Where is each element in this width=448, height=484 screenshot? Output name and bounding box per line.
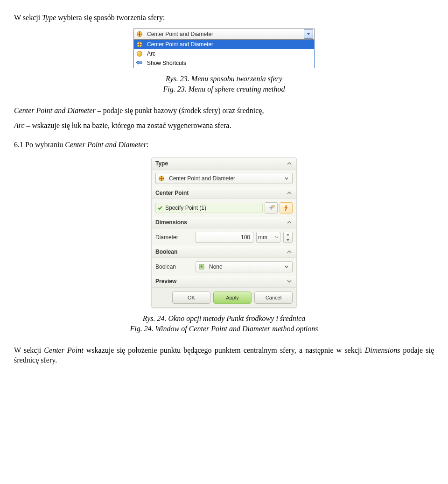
- final-1: W sekcji: [14, 346, 44, 354]
- dropdown-item-label: Arc: [145, 50, 155, 57]
- chevron-down-icon: [283, 262, 290, 271]
- svg-text:..: ..: [273, 208, 274, 211]
- chevron-down-icon: [275, 235, 279, 239]
- lightning-icon: [283, 205, 289, 211]
- diameter-input[interactable]: 100: [196, 232, 253, 243]
- group-header-preview[interactable]: Preview: [152, 276, 296, 287]
- group-body-boolean: Boolean None: [152, 258, 296, 276]
- none-icon: [198, 263, 205, 270]
- unit-select[interactable]: mm: [256, 232, 280, 243]
- stepper-up-icon[interactable]: [284, 232, 292, 238]
- chevron-up-icon: [286, 190, 293, 196]
- dropdown-item-cpd[interactable]: Center Point and Diameter: [134, 40, 314, 49]
- caption1-line1: Rys. 23. Menu sposobu tworzenia sfery: [166, 75, 282, 83]
- boolean-select[interactable]: None: [196, 261, 293, 272]
- ok-button[interactable]: OK: [172, 292, 210, 304]
- diameter-stepper[interactable]: [283, 232, 293, 243]
- sec61-a: 6.1 Po wybraniu: [14, 141, 65, 149]
- dropdown-item-label: Show Shortcuts: [145, 60, 186, 66]
- dropdown-item-shortcuts[interactable]: Show Shortcuts: [134, 58, 314, 68]
- arc-icon: [136, 50, 143, 57]
- group-body-type: Center Point and Diameter: [152, 170, 296, 187]
- cpd-rest: – podaje się punkt bazowy (środek sfery)…: [96, 107, 264, 114]
- caption-figure-23: Rys. 23. Menu sposobu tworzenia sfery Fi…: [14, 74, 434, 95]
- final-paragraph: W sekcji Center Point wskazuje się położ…: [14, 346, 434, 365]
- dropdown-item-arc[interactable]: Arc: [134, 49, 314, 58]
- boolean-label: Boolean: [155, 263, 193, 270]
- sphere-icon: [136, 41, 143, 48]
- check-icon: [157, 205, 163, 211]
- group-title-centerpoint: Center Point: [155, 190, 189, 196]
- intro-type: Type: [42, 14, 56, 21]
- boolean-value: None: [207, 263, 283, 270]
- caption2-line2: Fig. 24. Window of Center Point and Diam…: [130, 325, 318, 333]
- group-title-dimensions: Dimensions: [155, 219, 187, 226]
- apply-button[interactable]: Apply: [213, 292, 252, 304]
- specify-point-label: Specify Point (1): [165, 205, 206, 211]
- dropdown-selected-row[interactable]: Center Point and Diameter: [133, 28, 315, 40]
- sec61-b: Center Point and Diameter: [65, 141, 147, 149]
- dropdown-arrow-button[interactable]: [304, 29, 313, 39]
- point-dialog-button[interactable]: ..: [265, 202, 278, 214]
- diameter-value: 100: [241, 234, 250, 241]
- intro-text-2: wybiera się sposób tworzenia sfery:: [56, 14, 165, 21]
- svg-rect-13: [273, 206, 274, 207]
- final-4: Dimensions: [365, 346, 400, 354]
- ok-label: OK: [188, 295, 195, 300]
- group-header-centerpoint[interactable]: Center Point: [152, 187, 296, 199]
- apply-label: Apply: [226, 295, 239, 300]
- type-select-label: Center Point and Diameter: [167, 175, 283, 182]
- group-title-type: Type: [155, 160, 168, 167]
- sphere-icon: [136, 30, 143, 38]
- chevron-up-icon: [286, 160, 293, 167]
- type-dropdown: Center Point and Diameter Center Point a…: [133, 28, 315, 68]
- svg-point-6: [137, 51, 142, 56]
- group-title-preview: Preview: [155, 278, 176, 285]
- cancel-label: Cancel: [266, 295, 281, 300]
- unit-label: mm: [258, 234, 267, 241]
- final-2: Center Point: [44, 346, 83, 354]
- dropdown-selected-label: Center Point and Diameter: [145, 31, 304, 37]
- sphere-icon: [158, 175, 165, 182]
- specify-point-field[interactable]: Specify Point (1): [155, 203, 263, 213]
- cancel-button[interactable]: Cancel: [254, 292, 293, 304]
- chevron-down-icon: [286, 278, 293, 285]
- arc-description: Arc – wskazuje się łuk na bazie, którego…: [14, 121, 434, 131]
- caption2-line1: Rys. 24. Okno opcji metody Punkt środkow…: [143, 314, 306, 322]
- cpd-description: Center Point and Diameter – podaje się p…: [14, 106, 434, 116]
- stepper-down-icon[interactable]: [284, 237, 292, 242]
- group-body-dimensions: Diameter 100 mm: [152, 228, 296, 246]
- group-title-boolean: Boolean: [155, 249, 177, 255]
- dropdown-list: Center Point and Diameter Arc Show Short…: [133, 40, 315, 68]
- group-body-centerpoint: Specify Point (1) ..: [152, 199, 296, 217]
- intro-text: W sekcji: [14, 14, 42, 21]
- intro-paragraph: W sekcji Type wybiera się sposób tworzen…: [14, 13, 434, 23]
- group-header-dimensions[interactable]: Dimensions: [152, 217, 296, 228]
- caption1-line2: Fig. 23. Menu of sphere creating method: [163, 85, 285, 93]
- sec61-c: :: [147, 141, 148, 149]
- caption-figure-24: Rys. 24. Okno opcji metody Punkt środkow…: [14, 313, 434, 335]
- shortcut-icon: [136, 59, 143, 67]
- final-3: wskazuje się położenie punktu będącego p…: [84, 346, 365, 354]
- chevron-up-icon: [286, 219, 293, 226]
- type-select[interactable]: Center Point and Diameter: [155, 173, 293, 184]
- point-constructor-icon: ..: [267, 205, 275, 211]
- button-row: OK Apply Cancel: [152, 287, 296, 307]
- arc-rest: – wskazuje się łuk na bazie, którego ma …: [25, 121, 231, 129]
- chevron-down-icon: [283, 174, 290, 183]
- chevron-up-icon: [286, 249, 293, 255]
- dropdown-item-label: Center Point and Diameter: [145, 41, 213, 48]
- arc-term: Arc: [14, 121, 25, 129]
- sketch-point-button[interactable]: [280, 202, 293, 214]
- diameter-label: Diameter: [155, 234, 193, 241]
- options-panel: Type Center Point and Diameter Center Po…: [151, 157, 297, 308]
- group-header-type[interactable]: Type: [152, 158, 296, 170]
- cpd-term: Center Point and Diameter: [14, 107, 96, 114]
- section-6-1: 6.1 Po wybraniu Center Point and Diamete…: [14, 140, 434, 150]
- group-header-boolean[interactable]: Boolean: [152, 246, 296, 258]
- svg-point-7: [138, 52, 140, 53]
